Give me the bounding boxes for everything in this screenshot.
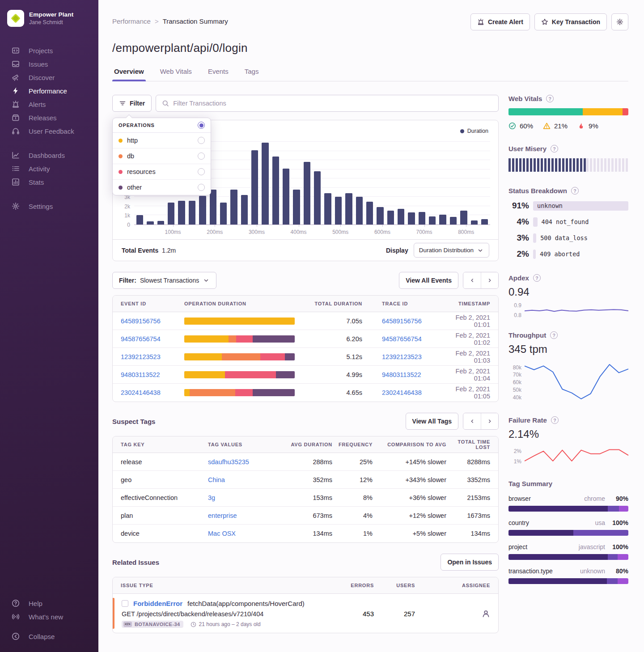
operations-dropdown-header[interactable]: OPERATIONS bbox=[113, 118, 211, 133]
help-circle-icon[interactable]: ? bbox=[551, 416, 559, 424]
settings-gear-button[interactable] bbox=[611, 13, 628, 30]
assignee-button[interactable] bbox=[415, 610, 490, 618]
web-vitals-bar bbox=[508, 108, 628, 115]
sidebar-item-collapse[interactable]: Collapse bbox=[6, 630, 92, 643]
tags-prev-page-button[interactable] bbox=[463, 413, 481, 429]
histogram-bar bbox=[241, 195, 248, 224]
issue-checkbox[interactable] bbox=[122, 600, 128, 607]
sidebar-item-performance[interactable]: Performance bbox=[6, 84, 92, 97]
histogram-bar bbox=[439, 215, 446, 224]
view-all-events-button[interactable]: View All Events bbox=[399, 272, 458, 289]
sidebar-item-settings[interactable]: Settings bbox=[6, 199, 92, 213]
status-breakdown-heading: Status Breakdown ? bbox=[508, 187, 628, 195]
filter-button[interactable]: Filter bbox=[112, 95, 152, 112]
sidebar-item-discover[interactable]: Discover bbox=[6, 71, 92, 84]
operation-option-db[interactable]: db bbox=[113, 148, 211, 164]
filter-icon bbox=[119, 100, 126, 107]
avg-duration: 153ms bbox=[288, 494, 332, 501]
create-alert-button[interactable]: Create Alert bbox=[470, 13, 530, 30]
sidebar-item-label: Issues bbox=[29, 60, 48, 68]
event-id-link[interactable]: 12392123523 bbox=[121, 353, 161, 360]
sidebar-item-help[interactable]: Help bbox=[6, 597, 92, 610]
tag-value-link[interactable]: sdaufhu35235 bbox=[208, 458, 249, 466]
project-badge[interactable]: </> BOTANAVOICE-34 bbox=[122, 621, 183, 628]
alerts-icon bbox=[12, 100, 20, 108]
open-in-issues-button[interactable]: Open in Issues bbox=[441, 554, 499, 571]
help-circle-icon[interactable]: ? bbox=[551, 145, 558, 152]
tab-events[interactable]: Events bbox=[207, 68, 229, 81]
events-next-page-button[interactable] bbox=[481, 272, 498, 288]
trace-id-link[interactable]: 12392123523 bbox=[382, 353, 422, 360]
tags-next-page-button[interactable] bbox=[481, 413, 498, 429]
breadcrumb-parent[interactable]: Performance bbox=[112, 17, 151, 25]
histogram-bar bbox=[230, 190, 237, 224]
sidebar-item-alerts[interactable]: Alerts bbox=[6, 97, 92, 111]
trace-id-link[interactable]: 94803113522 bbox=[382, 371, 421, 378]
event-row: 948031135224.99s94803113522Feb 2, 2021 0… bbox=[113, 366, 498, 384]
failure-rate-title: Failure Rate bbox=[508, 416, 547, 424]
sidebar-item-dashboards[interactable]: Dashboards bbox=[6, 148, 92, 162]
tab-overview[interactable]: Overview bbox=[113, 68, 145, 81]
op-segment-resources bbox=[235, 389, 253, 396]
tag-value-link[interactable]: Mac OSX bbox=[208, 530, 236, 537]
tag-value-link[interactable]: 3g bbox=[208, 494, 215, 501]
histogram-bar bbox=[157, 221, 164, 224]
event-id-link[interactable]: 64589156756 bbox=[121, 318, 161, 325]
sidebar-item-projects[interactable]: Projects bbox=[6, 44, 92, 57]
user-misery-heading: User Misery ? bbox=[508, 145, 628, 152]
tag-value-link[interactable]: enterprise bbox=[208, 512, 237, 519]
sidebar-item-what-s-new[interactable]: What's new bbox=[6, 610, 92, 623]
status-percent: 4% bbox=[508, 217, 529, 227]
frequency: 25% bbox=[332, 458, 373, 466]
column-header: TAG KEY bbox=[121, 442, 208, 447]
event-id-link[interactable]: 94803113522 bbox=[121, 371, 160, 378]
help-circle-icon[interactable]: ? bbox=[546, 95, 554, 102]
tag-value-link[interactable]: China bbox=[208, 476, 225, 483]
column-header: FREQUENCY bbox=[332, 442, 373, 447]
sidebar-item-activity[interactable]: Activity bbox=[6, 162, 92, 175]
throughput-chart: 80k70k60k50k40k bbox=[508, 360, 628, 401]
user-misery-bar bbox=[508, 158, 628, 172]
operations-selected-radio[interactable] bbox=[198, 122, 205, 129]
events-filter-select[interactable]: Filter: Slowest Transactions bbox=[112, 272, 216, 289]
tab-tags[interactable]: Tags bbox=[244, 68, 260, 81]
help-circle-icon[interactable]: ? bbox=[571, 187, 579, 195]
operation-color-dot bbox=[119, 186, 123, 190]
tab-web-vitals[interactable]: Web Vitals bbox=[159, 68, 193, 81]
operation-option-radio[interactable] bbox=[198, 137, 205, 144]
feedback-icon bbox=[12, 127, 20, 135]
operation-option-radio[interactable] bbox=[198, 184, 205, 191]
trace-id-link[interactable]: 94587656754 bbox=[382, 335, 422, 343]
sidebar-item-user-feedback[interactable]: User Feedback bbox=[6, 124, 92, 138]
operation-option-http[interactable]: http bbox=[113, 133, 211, 148]
web-vitals-stat: 21% bbox=[543, 122, 568, 130]
issue-type-link[interactable]: ForbiddenError bbox=[133, 600, 182, 607]
sidebar-item-issues[interactable]: Issues bbox=[6, 57, 92, 71]
operation-option-other[interactable]: other bbox=[113, 180, 211, 195]
sidebar-item-stats[interactable]: Stats bbox=[6, 175, 92, 189]
search-input[interactable] bbox=[173, 100, 492, 107]
help-circle-icon[interactable]: ? bbox=[533, 274, 541, 282]
operation-option-radio[interactable] bbox=[198, 168, 205, 175]
event-timestamp: Feb 2, 2021 01:05 bbox=[445, 385, 490, 400]
x-axis-tick-label: 400ms bbox=[291, 229, 307, 235]
histogram-bar bbox=[283, 169, 289, 224]
help-circle-icon[interactable]: ? bbox=[550, 331, 558, 339]
operations-dropdown: OPERATIONS httpdbresourcesother bbox=[112, 118, 211, 195]
create-alert-label: Create Alert bbox=[488, 18, 523, 25]
operation-option-resources[interactable]: resources bbox=[113, 164, 211, 180]
trace-id-link[interactable]: 64589156756 bbox=[382, 318, 422, 325]
display-select[interactable]: Duration Distribution bbox=[414, 243, 489, 258]
trace-id-link[interactable]: 23024146438 bbox=[382, 389, 422, 396]
sidebar-item-releases[interactable]: Releases bbox=[6, 111, 92, 124]
key-transaction-button[interactable]: Key Transaction bbox=[534, 13, 607, 30]
org-switcher[interactable]: Empower Plant Jane Schmidt bbox=[0, 7, 98, 30]
event-id-link[interactable]: 23024146438 bbox=[121, 389, 161, 396]
op-segment-http bbox=[184, 318, 295, 325]
operation-option-radio[interactable] bbox=[198, 152, 205, 160]
total-duration: 6.20s bbox=[309, 335, 362, 343]
histogram-bar bbox=[460, 211, 467, 224]
view-all-tags-button[interactable]: View All Tags bbox=[406, 413, 458, 430]
events-prev-page-button[interactable] bbox=[463, 272, 481, 288]
event-id-link[interactable]: 94587656754 bbox=[121, 335, 161, 343]
